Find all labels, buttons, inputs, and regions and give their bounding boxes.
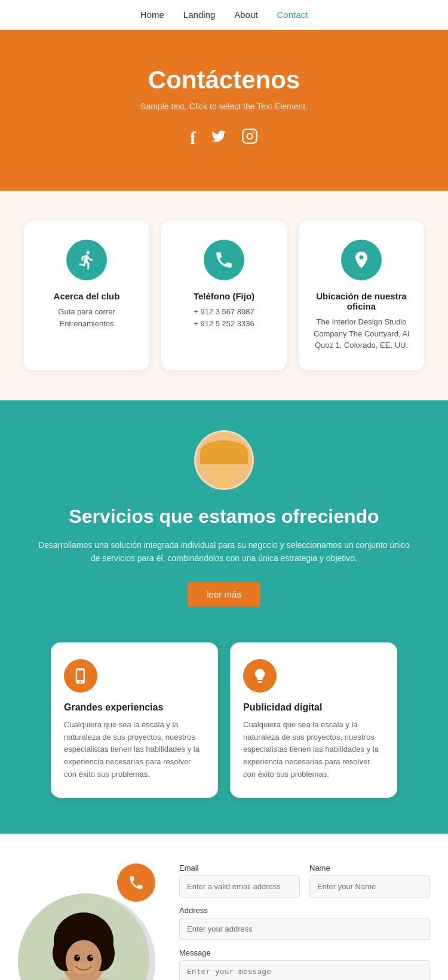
services-title: Servicios que estamos ofreciendo bbox=[36, 504, 412, 529]
social-icons: f bbox=[24, 128, 424, 149]
svg-point-1 bbox=[247, 133, 252, 139]
hero-subtitle[interactable]: Sample text. Click to select the Text El… bbox=[24, 102, 424, 111]
services-section: Servicios que estamos ofreciendo Desarro… bbox=[0, 400, 448, 642]
svg-point-15 bbox=[90, 956, 93, 957]
email-label: Email bbox=[179, 863, 300, 872]
card-club-title: Acerca del club bbox=[38, 291, 135, 301]
woman-photo bbox=[18, 893, 155, 980]
run-icon bbox=[66, 240, 107, 280]
address-label: Address bbox=[179, 906, 430, 915]
service-digital-description: Cualquiera que sea la escala y la natura… bbox=[243, 719, 384, 781]
card-phone: Teléfono (Fijo) + 912 3 567 8987+ 912 5 … bbox=[161, 220, 287, 370]
card-club-text: Guía para correrEntrenamientos bbox=[38, 306, 135, 329]
svg-rect-0 bbox=[243, 129, 256, 143]
svg-point-13 bbox=[87, 954, 93, 961]
email-input[interactable] bbox=[179, 875, 300, 898]
phone-badge-icon bbox=[117, 863, 155, 902]
phone-icon bbox=[204, 240, 244, 280]
svg-point-10 bbox=[66, 940, 102, 980]
hero-title: Contáctenos bbox=[24, 66, 424, 94]
form-row-email-name: Email Name bbox=[179, 863, 430, 898]
twitter-icon[interactable] bbox=[210, 128, 227, 149]
card-phone-title: Teléfono (Fijo) bbox=[176, 291, 272, 301]
navigation: Home Landing About Contact bbox=[0, 0, 448, 30]
service-experience-title: Grandes experiencias bbox=[64, 702, 205, 713]
service-experience-description: Cualquiera que sea la escala y la natura… bbox=[64, 719, 205, 781]
facebook-icon[interactable]: f bbox=[190, 128, 196, 149]
svg-point-2 bbox=[253, 131, 254, 133]
info-cards-section: Acerca del club Guía para correrEntrenam… bbox=[0, 191, 448, 400]
hero-section: Contáctenos Sample text. Click to select… bbox=[0, 30, 448, 191]
mobile-icon bbox=[64, 659, 97, 693]
service-card-experience: Grandes experiencias Cualquiera que sea … bbox=[51, 642, 218, 798]
card-club: Acerca del club Guía para correrEntrenam… bbox=[24, 220, 149, 370]
nav-home[interactable]: Home bbox=[140, 10, 164, 20]
contact-image bbox=[18, 863, 161, 980]
location-icon bbox=[341, 240, 382, 280]
svg-point-11 bbox=[73, 962, 94, 974]
card-phone-text: + 912 3 567 8987+ 912 5 252 3336 bbox=[176, 306, 272, 329]
service-card-digital: Publicidad digital Cualquiera que sea la… bbox=[230, 642, 397, 798]
svg-point-14 bbox=[77, 956, 79, 957]
address-group: Address bbox=[179, 906, 430, 940]
bulb-icon bbox=[243, 659, 277, 693]
address-input[interactable] bbox=[179, 918, 430, 940]
svg-point-12 bbox=[74, 954, 80, 961]
contact-section: Email Name Address Message ENTREGAR Imág… bbox=[0, 834, 448, 980]
message-label: Message bbox=[179, 948, 430, 957]
nav-landing[interactable]: Landing bbox=[183, 10, 215, 20]
name-input[interactable] bbox=[309, 875, 430, 898]
card-location-text: The Interior Design Studio Company The C… bbox=[313, 316, 410, 351]
name-label: Name bbox=[309, 863, 430, 872]
avatar-head bbox=[212, 464, 236, 488]
card-location: Ubicación de nuestra oficina The Interio… bbox=[299, 220, 424, 370]
instagram-icon[interactable] bbox=[241, 128, 258, 149]
message-input[interactable] bbox=[179, 960, 430, 980]
message-group: Message bbox=[179, 948, 430, 980]
services-description: Desarrollamos una solución integrada ind… bbox=[36, 538, 412, 565]
avatar bbox=[194, 430, 254, 490]
nav-about[interactable]: About bbox=[234, 10, 257, 20]
read-more-button[interactable]: leer más bbox=[188, 582, 260, 607]
name-group: Name bbox=[309, 863, 430, 898]
contact-form: Email Name Address Message ENTREGAR Imág… bbox=[179, 863, 430, 980]
avatar-body bbox=[200, 440, 248, 464]
email-group: Email bbox=[179, 863, 300, 898]
service-cards: Grandes experiencias Cualquiera que sea … bbox=[0, 642, 448, 834]
card-location-title: Ubicación de nuestra oficina bbox=[313, 291, 410, 311]
service-digital-title: Publicidad digital bbox=[243, 702, 384, 713]
nav-contact[interactable]: Contact bbox=[277, 10, 308, 20]
